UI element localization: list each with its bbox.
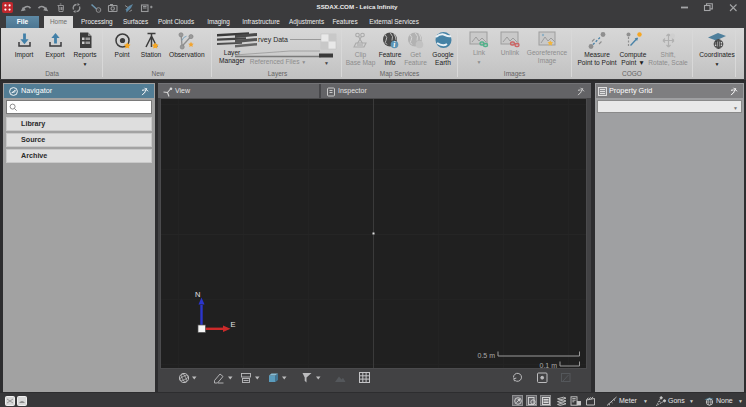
- svg-text:E: E: [231, 320, 236, 329]
- svg-text:0.5 m: 0.5 m: [477, 352, 495, 359]
- svg-text:0.1 m: 0.1 m: [539, 362, 557, 369]
- svg-text:N: N: [195, 290, 200, 299]
- svg-text:rvey Data: rvey Data: [258, 36, 288, 44]
